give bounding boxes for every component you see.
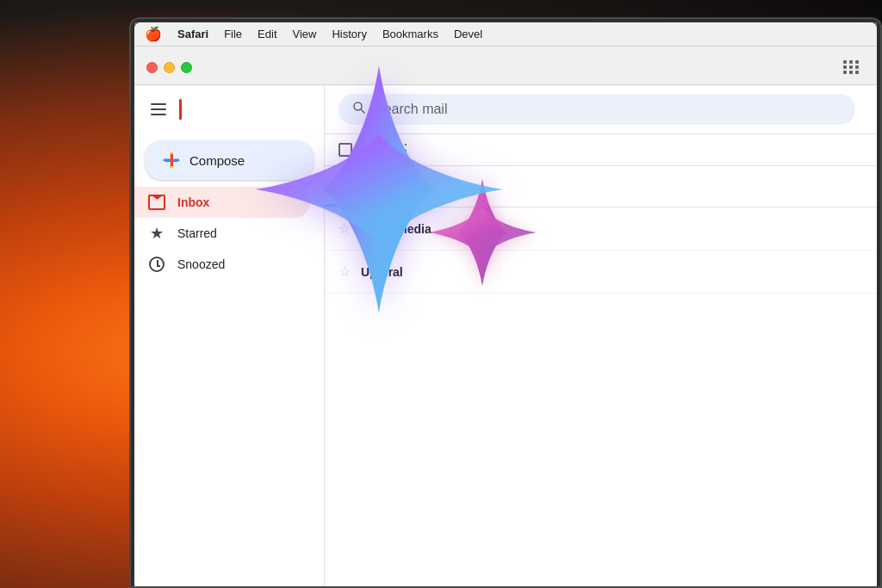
gmail-main: Search mail ▾ — [324, 85, 877, 586]
maximize-button[interactable] — [181, 62, 192, 73]
refresh-button[interactable] — [366, 138, 390, 162]
close-button[interactable] — [146, 62, 158, 73]
browser-chrome — [134, 46, 877, 85]
tab-grid-button[interactable] — [837, 55, 865, 79]
traffic-lights-row — [134, 46, 877, 84]
search-icon — [352, 101, 366, 118]
grid-dot — [843, 71, 847, 74]
table-row[interactable]: ☆ Picup Media — [325, 207, 877, 251]
tab-primary[interactable]: Primary — [325, 166, 419, 207]
grid-icon — [843, 60, 860, 74]
search-placeholder-text: Search mail — [375, 102, 447, 117]
sidebar-label-starred: Starred — [177, 226, 217, 240]
grid-dot — [843, 65, 847, 69]
primary-tab-icon — [342, 176, 356, 194]
grid-dot — [855, 65, 859, 69]
svg-line-7 — [361, 109, 364, 113]
svg-rect-2 — [151, 114, 166, 115]
sidebar-label-snoozed: Snoozed — [177, 257, 225, 271]
menubar-bookmarks[interactable]: Bookmarks — [382, 28, 438, 40]
grid-dot — [849, 60, 853, 64]
laptop-frame: 🍎 Safari File Edit View History Bookmark… — [129, 17, 882, 588]
sidebar-item-starred[interactable]: ★ Starred — [134, 218, 310, 249]
grid-dot — [855, 60, 859, 64]
email-sender: Picup Media — [361, 222, 481, 236]
sidebar-label-inbox: Inbox — [177, 195, 209, 209]
svg-rect-8 — [343, 178, 355, 189]
compose-plus-icon — [162, 151, 181, 170]
select-all-button[interactable]: ▾ — [339, 138, 363, 162]
gmail-sidebar: Compose Inbox ★ Starred — [134, 85, 324, 586]
table-row[interactable]: ☆ UpViral — [325, 251, 877, 294]
gmail-toolbar: Search mail — [325, 85, 877, 134]
compose-label: Compose — [189, 153, 245, 168]
minimize-button[interactable] — [164, 62, 175, 73]
star-icon: ★ — [148, 224, 165, 243]
svg-line-5 — [165, 160, 171, 167]
menubar-file[interactable]: File — [224, 28, 242, 40]
gmail-search-bar[interactable]: Search mail — [339, 94, 855, 125]
email-tabs: Primary — [325, 166, 877, 207]
inbox-icon — [148, 195, 165, 210]
sidebar-item-inbox[interactable]: Inbox — [134, 187, 310, 218]
hamburger-menu-button[interactable] — [148, 99, 169, 120]
more-options-button[interactable]: ⋮ — [394, 138, 418, 162]
browser-window: Compose Inbox ★ Starred — [134, 46, 877, 586]
email-sender: UpViral — [361, 265, 481, 279]
apple-menu[interactable]: 🍎 — [145, 26, 162, 42]
grid-dot — [849, 65, 853, 69]
menubar-edit[interactable]: Edit — [258, 28, 276, 40]
sidebar-item-snoozed[interactable]: Snoozed — [134, 249, 310, 280]
svg-rect-0 — [151, 103, 166, 105]
sidebar-header — [134, 92, 324, 127]
grid-dot — [855, 71, 859, 74]
menubar-history[interactable]: History — [332, 28, 366, 40]
grid-dot — [849, 71, 853, 74]
star-icon[interactable]: ☆ — [339, 220, 351, 237]
gmail-secondary-toolbar: ▾ ⋮ — [325, 134, 877, 166]
snoozed-icon — [148, 257, 165, 272]
checkbox-icon — [339, 143, 352, 157]
chevron-down-icon: ▾ — [354, 145, 358, 155]
svg-rect-1 — [151, 108, 166, 110]
menubar-devel[interactable]: Devel — [454, 28, 482, 40]
menubar-view[interactable]: View — [293, 28, 317, 40]
grid-dot — [843, 60, 847, 64]
email-list: ☆ Picup Media ☆ UpViral — [325, 207, 877, 586]
menubar: 🍎 Safari File Edit View History Bookmark… — [134, 22, 877, 46]
menubar-safari[interactable]: Safari — [177, 28, 208, 40]
compose-button[interactable]: Compose — [145, 140, 314, 180]
sidebar-divider — [179, 99, 182, 120]
screen: 🍎 Safari File Edit View History Bookmark… — [134, 22, 877, 586]
star-icon[interactable]: ☆ — [339, 263, 351, 280]
primary-tab-label: Primary — [363, 179, 401, 192]
main-content: Compose Inbox ★ Starred — [134, 85, 877, 586]
